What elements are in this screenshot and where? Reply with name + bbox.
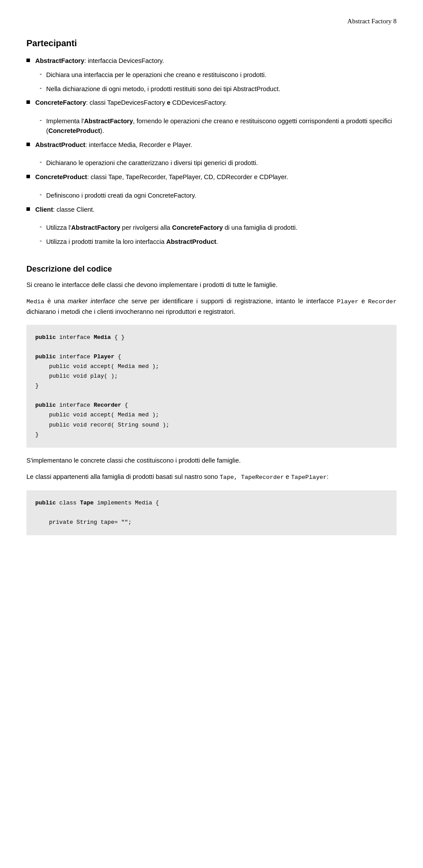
participants-list: AbstractFactory: interfaccia DevicesFact… [26,56,397,247]
bullet-icon [26,143,30,146]
list-item: - Dichiarano le operazioni che caratteri… [26,158,397,168]
dash-text: Utilizza i prodotti tramite la loro inte… [46,237,397,247]
section2-title: Descrizione del codice [26,265,397,274]
list-item: AbstractFactory: interfaccia DevicesFact… [26,56,397,66]
dash-icon: - [40,237,42,244]
para2-mid2: che serve per identificare i supporti di… [118,298,337,305]
term: AbstractFactory [35,57,84,64]
player-term: Player [337,298,359,305]
para2-mid: è una [47,298,67,305]
para1-text: Si creano le interfacce delle classi che… [26,281,278,288]
bullet-icon [26,207,30,211]
list-item: ConcreteFactory: classi TapeDevicesFacto… [26,98,397,108]
term: ConcreteFactory [35,99,86,106]
bullet-icon [26,59,30,62]
dash-icon: - [40,191,42,198]
para2: Media è una marker interface che serve p… [26,296,397,317]
recorder-term: Recorder [368,298,397,305]
section1-title: Partecipanti [26,38,397,48]
dash-text: Dichiarano le operazioni che caratterizz… [46,158,397,168]
list-item: - Utilizza i prodotti tramite la loro in… [26,237,397,247]
dash-icon: - [40,70,42,77]
page-header: Abstract Factory 8 [26,18,397,25]
term: Client [35,206,53,213]
term: ConcreteProduct [35,173,87,180]
dash-text: Nella dichiarazione di ogni metodo, i pr… [46,85,397,94]
item-text: ConcreteFactory: classi TapeDevicesFacto… [35,98,397,108]
tapeplayer-term: TapePlayer [291,474,327,481]
dash-icon: - [40,223,42,230]
list-item: - Dichiara una interfaccia per le operaz… [26,70,397,80]
item-text: Client: classe Client. [35,205,397,215]
item-text: ConcreteProduct: classi Tape, TapeRecord… [35,173,397,182]
dash-icon: - [40,117,42,124]
para3-text: S'implementano le concrete classi che co… [26,457,241,464]
list-item: - Definiscono i prodotti creati da ogni … [26,191,397,201]
dash-text: Implementa l'AbstractFactory, fornendo l… [46,117,397,136]
dash-icon: - [40,85,42,92]
term: AbstractProduct [35,141,85,148]
para4-prefix: Le classi appartenenti alla famiglia di … [26,473,219,480]
section2: Descrizione del codice Si creano le inte… [26,265,397,535]
para4-end: : [327,473,328,480]
bullet-icon [26,175,30,178]
list-item: - Nella dichiarazione di ogni metodo, i … [26,85,397,94]
para4-mid: e [284,473,291,480]
list-item: Client: classe Client. [26,205,397,215]
code-block-1: public interface Media { } public interf… [26,325,397,448]
item-text: AbstractFactory: interfaccia DevicesFact… [35,56,397,66]
list-item: ConcreteProduct: classi Tape, TapeRecord… [26,173,397,182]
dash-text: Utilizza l'AbstractFactory per rivolgers… [46,223,397,233]
para4: Le classi appartenenti alla famiglia di … [26,472,397,482]
para3: S'implementano le concrete classi che co… [26,456,397,466]
marker-interface-term: marker interface [67,298,115,305]
list-item: - Implementa l'AbstractFactory, fornendo… [26,117,397,136]
para2-end: dichiarano i metodi che i clienti invoch… [26,308,235,315]
list-item: - Utilizza l'AbstractFactory per rivolge… [26,223,397,233]
list-item: AbstractProduct: interfacce Media, Recor… [26,140,397,150]
header-text: Abstract Factory 8 [347,18,397,25]
code-block-2: public class Tape implements Media { pri… [26,490,397,535]
para1: Si creano le interfacce delle classi che… [26,280,397,290]
para2-mid3: e [361,298,368,305]
bullet-icon [26,100,30,104]
dash-icon: - [40,158,42,166]
tape-term: Tape, TapeRecorder [219,474,284,481]
media-term: Media [26,298,45,305]
item-text: AbstractProduct: interfacce Media, Recor… [35,140,397,150]
dash-text: Definiscono i prodotti creati da ogni Co… [46,191,397,201]
dash-text: Dichiara una interfaccia per le operazio… [46,70,397,80]
